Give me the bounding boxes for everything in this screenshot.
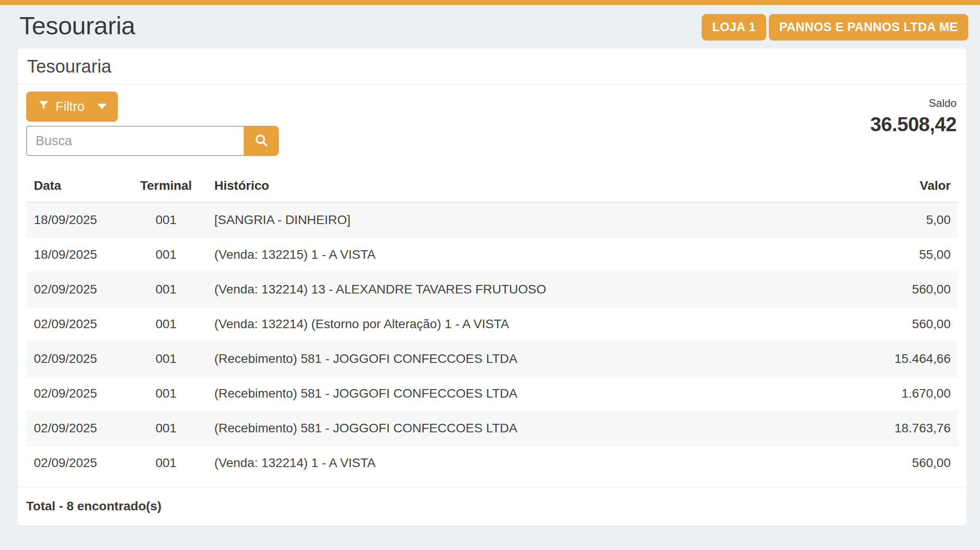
cell-historico: (Venda: 132214) 13 - ALEXANDRE TAVARES F… [207,272,855,307]
column-header-valor: Valor [855,174,958,202]
table-header-row: Data Terminal Histórico Valor [26,174,958,202]
saldo-label: Saldo [870,97,957,109]
table-row[interactable]: 02/09/2025 001 (Venda: 132214) 13 - ALEX… [26,272,958,307]
cell-historico: (Venda: 132214) 1 - A VISTA [207,445,855,480]
store-badge-loja[interactable]: LOJA 1 [702,14,766,41]
cell-terminal: 001 [125,237,207,272]
table-row[interactable]: 02/09/2025 001 (Recebimento) 581 - JOGGO… [26,341,958,376]
store-badges: LOJA 1 PANNOS E PANNOS LTDA ME [702,14,968,41]
store-badge-company[interactable]: PANNOS E PANNOS LTDA ME [769,14,968,41]
cell-terminal: 001 [125,376,207,411]
filter-icon [37,99,50,114]
cell-historico: [SANGRIA - DINHEIRO] [207,202,855,238]
column-header-historico: Histórico [207,174,855,202]
cell-data: 02/09/2025 [26,307,125,341]
page-header: Tesouraria LOJA 1 PANNOS E PANNOS LTDA M… [0,5,980,42]
cell-valor: 5,00 [855,202,958,238]
saldo-block: Saldo 36.508,42 [870,97,957,136]
top-accent-bar [0,0,980,5]
search-row [26,126,279,156]
search-button[interactable] [244,126,279,156]
filter-button[interactable]: Filtro [26,92,118,122]
column-header-data: Data [26,174,125,202]
table-row[interactable]: 02/09/2025 001 (Venda: 132214) 1 - A VIS… [26,445,958,480]
cell-data: 02/09/2025 [26,272,125,307]
saldo-value: 36.508,42 [870,113,957,136]
table-row[interactable]: 02/09/2025 001 (Venda: 132214) (Estorno … [26,307,958,341]
tesouraria-card: Tesouraria Filtro Saldo 36.508,42 [18,49,967,526]
cell-historico: (Recebimento) 581 - JOGGOFI CONFECCOES L… [207,376,855,411]
cell-valor: 560,00 [855,272,958,307]
cell-data: 02/09/2025 [26,376,125,411]
cell-valor: 15.464,66 [855,341,958,376]
cell-terminal: 001 [125,411,207,445]
page-title: Tesouraria [19,9,135,42]
cell-historico: (Recebimento) 581 - JOGGOFI CONFECCOES L… [207,341,855,376]
cell-data: 02/09/2025 [26,445,125,480]
cell-valor: 55,00 [855,237,958,272]
search-input[interactable] [26,126,244,156]
table-row[interactable]: 18/09/2025 001 (Venda: 132215) 1 - A VIS… [26,237,958,272]
card-title: Tesouraria [18,49,967,85]
cell-data: 18/09/2025 [26,202,125,238]
cell-valor: 560,00 [855,307,958,341]
table-row[interactable]: 02/09/2025 001 (Recebimento) 581 - JOGGO… [26,411,958,445]
cell-data: 18/09/2025 [26,237,125,272]
card-body: Filtro Saldo 36.508,42 Data [18,85,967,480]
cell-terminal: 001 [125,341,207,376]
filter-button-label: Filtro [55,99,84,114]
cell-valor: 18.763,76 [855,411,958,445]
table-row[interactable]: 18/09/2025 001 [SANGRIA - DINHEIRO] 5,00 [26,202,958,238]
cell-terminal: 001 [125,307,207,341]
cell-valor: 560,00 [855,445,958,480]
cell-historico: (Venda: 132214) (Estorno por Alteração) … [207,307,855,341]
cell-historico: (Recebimento) 581 - JOGGOFI CONFECCOES L… [207,411,855,445]
table-body: 18/09/2025 001 [SANGRIA - DINHEIRO] 5,00… [26,202,958,480]
caret-down-icon [97,104,106,109]
table-total-footer: Total - 8 encontrado(s) [18,487,967,526]
cell-terminal: 001 [125,272,207,307]
cell-valor: 1.670,00 [855,376,958,411]
search-icon [254,133,269,149]
cell-terminal: 001 [125,202,207,238]
table-row[interactable]: 02/09/2025 001 (Recebimento) 581 - JOGGO… [26,376,958,411]
cell-historico: (Venda: 132215) 1 - A VISTA [207,237,855,272]
cell-data: 02/09/2025 [26,411,125,445]
cell-data: 02/09/2025 [26,341,125,376]
cell-terminal: 001 [125,445,207,480]
transactions-table: Data Terminal Histórico Valor 18/09/2025… [26,174,958,480]
column-header-terminal: Terminal [125,174,207,202]
